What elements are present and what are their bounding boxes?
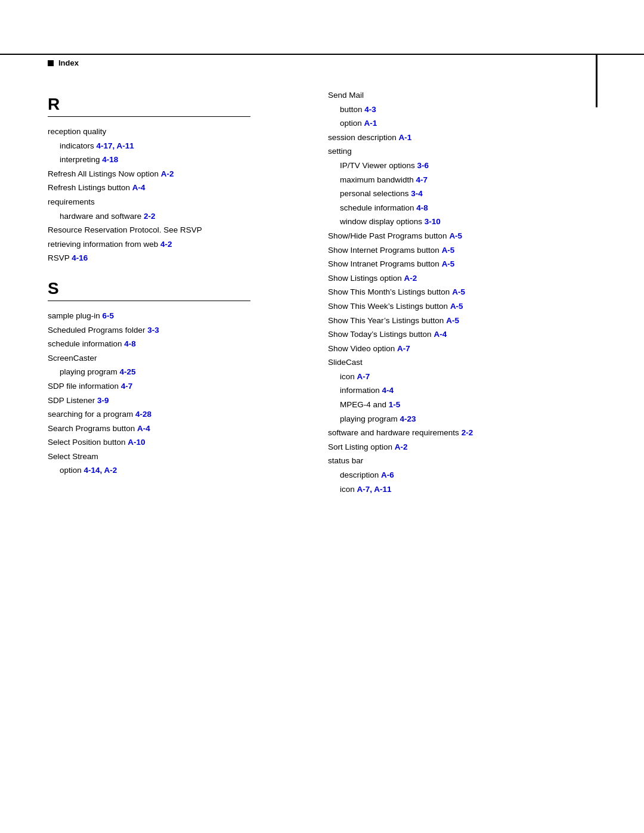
ref-link[interactable]: 4-3 [364, 105, 376, 114]
entry-text: schedule information [340, 203, 414, 212]
entry-text: Show This Month’s Listings button [328, 287, 450, 296]
ref-link[interactable]: 4-25 [120, 367, 136, 376]
index-entry: Show Listings option A-2 [328, 272, 596, 285]
index-entry: Show/Hide Past Programs button A-5 [328, 230, 596, 243]
ref-link[interactable]: A-5 [446, 316, 459, 325]
ref-link[interactable]: 3-4 [411, 189, 423, 198]
ref-link[interactable]: A-4 [434, 330, 447, 339]
ref-link[interactable]: A-5 [442, 259, 455, 268]
ref-link[interactable]: 4-8 [416, 203, 428, 212]
index-entry: IP/TV Viewer options 3-6 [328, 159, 596, 172]
index-entry: Show Today’s Listings button A-4 [328, 328, 596, 341]
entry-text: SDP file information [48, 382, 119, 391]
entry-text: Show Intranet Programs button [328, 259, 439, 268]
index-entry: indicators 4-17, A-11 [48, 140, 310, 153]
ref-link[interactable]: A-7 [397, 344, 410, 353]
entry-text: ScreenCaster [48, 354, 97, 363]
ref-link[interactable]: A-2 [161, 169, 174, 178]
ref-link[interactable]: 4-18 [102, 155, 118, 164]
ref-link[interactable]: 4-23 [400, 414, 416, 423]
entry-text: Send Mail [328, 91, 364, 100]
index-entry: icon A-7 [328, 370, 596, 383]
ref-link[interactable]: A-4 [132, 183, 145, 192]
section-r-letter: R [48, 95, 310, 114]
ref-link[interactable]: A-1 [399, 133, 412, 142]
ref-link[interactable]: 3-10 [425, 217, 441, 226]
index-entry: information 4-4 [328, 384, 596, 397]
entry-text: reception quality [48, 127, 106, 136]
ref-link[interactable]: A-2 [395, 442, 408, 451]
entry-text: Show Today’s Listings button [328, 330, 432, 339]
ref-link[interactable]: 4-2 [160, 240, 172, 249]
index-entry: schedule information 4-8 [48, 337, 310, 351]
ref-link[interactable]: 3-3 [147, 326, 159, 335]
entry-text: Show This Year’s Listings button [328, 316, 444, 325]
ref-link[interactable]: A-6 [381, 470, 394, 479]
ref-link[interactable]: 3-6 [417, 161, 429, 170]
ref-link[interactable]: A-10 [128, 438, 145, 447]
index-entry: searching for a program 4-28 [48, 408, 310, 421]
entry-text: window display options [340, 217, 422, 226]
ref-link[interactable]: A-5 [449, 231, 462, 240]
entry-text: SlideCast [328, 358, 363, 367]
entry-text: Show This Week’s Listings button [328, 302, 448, 311]
ref-link[interactable]: 4-14, A-2 [84, 466, 117, 475]
top-right-bar [596, 54, 597, 107]
ref-link[interactable]: 4-7 [416, 175, 428, 184]
ref-link[interactable]: A-5 [450, 302, 463, 311]
ref-link[interactable]: 4-17, A-11 [97, 141, 134, 150]
index-entry: Show This Month’s Listings button A-5 [328, 286, 596, 299]
ref-link[interactable]: A-2 [404, 274, 417, 283]
index-entry: reception quality [48, 125, 310, 138]
index-entry: playing program 4-25 [48, 366, 310, 379]
index-entry: requirements [48, 196, 310, 209]
entry-text: interpreting [60, 155, 100, 164]
entry-text: icon [340, 372, 355, 381]
entry-text: Refresh All Listings Now option [48, 169, 159, 178]
ref-link[interactable]: A-5 [452, 287, 465, 296]
ref-link[interactable]: 3-9 [97, 396, 109, 405]
ref-link[interactable]: 4-16 [72, 253, 88, 262]
ref-link[interactable]: 6-5 [103, 311, 114, 320]
ref-link[interactable]: 4-7 [121, 382, 133, 391]
entry-text: information [340, 386, 380, 395]
index-entry: status bar [328, 454, 596, 467]
ref-link[interactable]: A-4 [137, 424, 150, 433]
entry-text: playing program [340, 414, 398, 423]
left-s-entries: sample plug-in 6-5Scheduled Programs fol… [48, 309, 310, 477]
entry-text: status bar [328, 456, 363, 465]
index-entry: retrieving information from web 4-2 [48, 238, 310, 251]
index-entry: Show Internet Programs button A-5 [328, 244, 596, 257]
entry-text: hardware and software [60, 212, 141, 221]
entry-text: icon [340, 485, 355, 494]
entry-text: Select Stream [48, 452, 98, 461]
ref-link[interactable]: 4-4 [382, 386, 394, 395]
index-entry: software and hardware requirements 2-2 [328, 426, 596, 439]
index-entry: playing program 4-23 [328, 413, 596, 426]
ref-link[interactable]: A-7, A-11 [357, 485, 392, 494]
entry-text: Select Position button [48, 438, 126, 447]
entry-text: Show Listings option [328, 274, 402, 283]
index-entry: Select Position button A-10 [48, 436, 310, 449]
ref-link[interactable]: 4-8 [124, 339, 136, 348]
ref-link[interactable]: A-7 [357, 372, 370, 381]
entry-text: playing program [60, 367, 117, 376]
right-column: Send Mailbutton 4-3option A-1session des… [322, 89, 596, 497]
ref-link[interactable]: 4-28 [135, 410, 151, 419]
ref-link[interactable]: 2-2 [462, 428, 473, 437]
entry-text: Show/Hide Past Programs button [328, 231, 447, 240]
section-s-letter: S [48, 279, 310, 298]
section-s-divider [48, 301, 250, 301]
entry-text: Show Video option [328, 344, 395, 353]
index-entry: SDP file information 4-7 [48, 380, 310, 393]
ref-link[interactable]: 1-5 [389, 400, 401, 409]
left-r-entries: reception qualityindicators 4-17, A-11in… [48, 125, 310, 265]
entry-text: sample plug-in [48, 311, 100, 320]
entry-text: IP/TV Viewer options [340, 161, 415, 170]
ref-link[interactable]: A-5 [442, 246, 455, 255]
entry-text: description [340, 470, 379, 479]
ref-link[interactable]: A-1 [364, 119, 377, 128]
entry-text: searching for a program [48, 410, 133, 419]
section-r-divider [48, 116, 250, 117]
ref-link[interactable]: 2-2 [144, 212, 156, 221]
